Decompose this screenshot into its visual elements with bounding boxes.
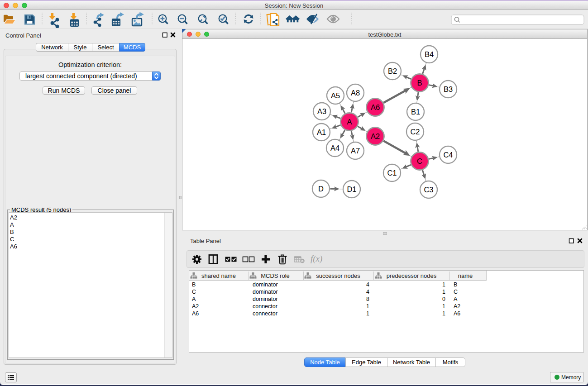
svg-text:B2: B2: [388, 67, 397, 75]
svg-text:B4: B4: [425, 50, 434, 58]
svg-text:D1: D1: [347, 185, 356, 193]
svg-text:C2: C2: [410, 128, 420, 136]
svg-text:D: D: [318, 185, 324, 193]
svg-text:B1: B1: [411, 108, 420, 116]
svg-text:A8: A8: [351, 89, 360, 97]
svg-text:C4: C4: [443, 151, 453, 159]
svg-text:B3: B3: [444, 85, 453, 93]
svg-text:A6: A6: [371, 103, 380, 111]
svg-text:A: A: [347, 118, 352, 126]
svg-text:A3: A3: [317, 107, 326, 115]
svg-text:C1: C1: [387, 169, 397, 177]
svg-text:A7: A7: [351, 147, 360, 155]
svg-text:A1: A1: [317, 128, 326, 136]
svg-text:C3: C3: [424, 186, 433, 194]
svg-text:C: C: [417, 157, 422, 165]
svg-text:A4: A4: [330, 144, 339, 152]
svg-text:A2: A2: [371, 132, 380, 140]
svg-text:B: B: [417, 79, 422, 87]
svg-text:A5: A5: [331, 91, 340, 100]
